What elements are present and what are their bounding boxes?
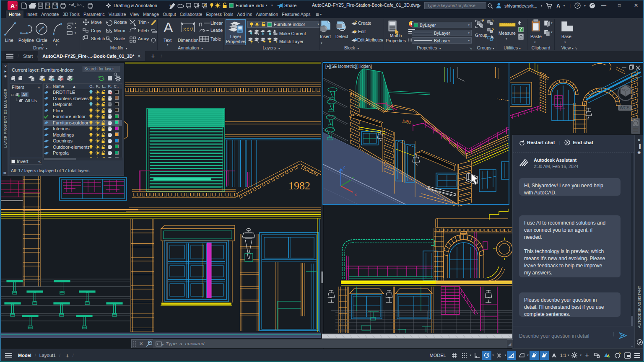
svg-text:Y: Y [352,176,354,180]
svg-text:Paste: Paste [530,34,542,39]
svg-text:▾: ▾ [75,26,76,29]
svg-text:X: X [354,193,357,197]
svg-text:▾: ▾ [75,22,76,25]
svg-text:Text: Text [164,38,171,43]
svg-text:Fillet: Fillet [138,28,147,33]
svg-text:Polyline: Polyline [18,38,34,43]
svg-text:Group: Group [475,33,487,38]
svg-text:Create: Create [358,21,371,26]
svg-text:Table: Table [210,36,221,41]
svg-text:▾: ▾ [83,5,84,8]
svg-text:Trim: Trim [138,20,147,25]
svg-text:[+][SE Isometric][Hidden]: [+][SE Isometric][Hidden] [325,64,372,69]
svg-text:▾: ▾ [148,29,149,32]
svg-text:A: A [164,19,173,35]
svg-text:?: ? [576,4,579,8]
svg-text:▾: ▾ [162,343,164,346]
svg-text:▾: ▾ [381,39,383,42]
svg-text:▾: ▾ [551,21,553,24]
svg-text:▾: ▾ [220,29,222,32]
svg-text:▾: ▾ [148,21,149,24]
svg-text:1982: 1982 [288,180,310,192]
svg-text:Detect: Detect [335,34,348,39]
svg-text:Base: Base [561,34,571,39]
svg-text:Insert: Insert [320,34,331,39]
svg-text:Stretch: Stretch [91,36,105,41]
svg-text:Measure: Measure [499,31,516,36]
svg-text:▾: ▾ [74,5,76,8]
svg-text:▾: ▾ [321,41,322,44]
svg-text:▾: ▾ [220,22,222,25]
svg-text:▾: ▾ [534,41,536,44]
svg-text:Move: Move [91,20,102,25]
svg-text:S: S [616,98,619,103]
svg-text:Arc: Arc [53,38,60,43]
svg-text:Line: Line [5,38,13,43]
svg-text:WCS: WCS [620,106,630,110]
svg-text:Scale: Scale [114,36,125,41]
svg-text:Copy: Copy [91,28,101,33]
svg-text:▾: ▾ [551,31,553,34]
svg-text:TOP: TOP [622,88,626,91]
svg-text:Rotate: Rotate [114,20,127,25]
svg-text:▾: ▾ [506,37,507,40]
svg-text:Array: Array [138,36,149,41]
svg-text:Edit Attributes: Edit Attributes [357,38,383,42]
svg-text:▾: ▾ [564,41,566,44]
svg-text:Z: Z [343,165,345,169]
svg-text:Circle: Circle [36,38,47,43]
svg-text:Mirror: Mirror [114,28,126,33]
svg-text:Edit: Edit [358,29,366,34]
svg-text:▾: ▾ [148,37,149,40]
svg-text:▾: ▾ [75,31,76,34]
svg-text:Dimension: Dimension [178,38,199,43]
